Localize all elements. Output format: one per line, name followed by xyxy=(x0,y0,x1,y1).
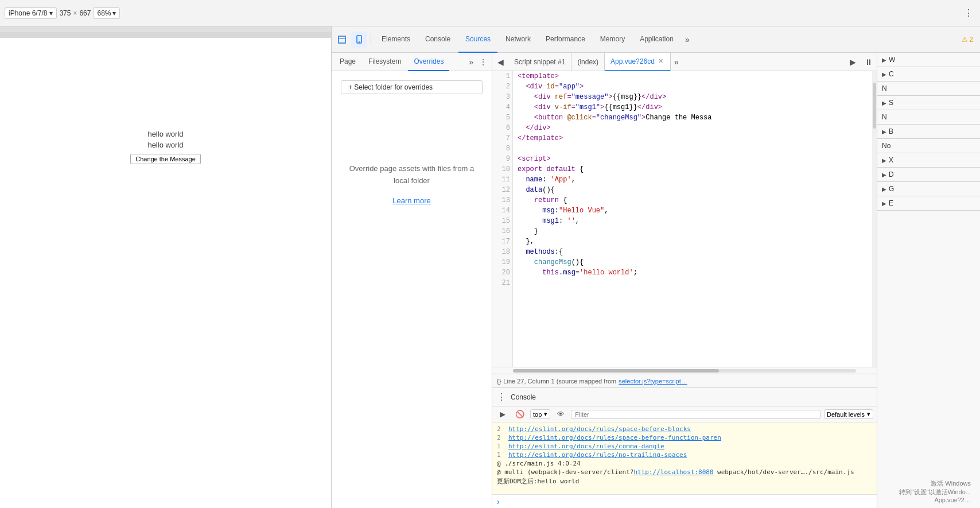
code-line-17: }, xyxy=(518,236,868,247)
scope-b-label: B xyxy=(889,127,893,135)
console-levels-selector[interactable]: Default levels ▾ xyxy=(824,409,873,419)
status-info: Line 27, Column 1 (source mapped from xyxy=(503,378,616,385)
editor-tab-index[interactable]: (index) xyxy=(571,53,605,71)
tab-sources[interactable]: Sources xyxy=(458,26,497,53)
scope-s: ▶ S xyxy=(877,96,980,110)
preview-toolbar xyxy=(0,26,331,32)
devtools: Elements Console Sources Network Perform… xyxy=(332,26,980,508)
editor-area: ◀ Script snippet #1 (index) App.vue?26cd… xyxy=(492,53,877,387)
scope-g-chevron: ▶ xyxy=(882,186,886,192)
scope-n2-label: N xyxy=(882,113,887,121)
devtools-inspect-icon[interactable] xyxy=(334,32,350,48)
console-url-2[interactable]: http://eslint.org/docs/rules/space-befor… xyxy=(508,434,721,441)
change-message-button[interactable]: Change the Message xyxy=(130,154,201,164)
console-execute-button[interactable]: ▶ xyxy=(496,408,510,421)
console-toolbar: ▶ 🚫 top ▾ 👁 Default levels ▾ xyxy=(492,406,877,422)
zoom-selector[interactable]: 68% ▾ xyxy=(93,7,119,19)
warning-indicator[interactable]: ⚠ 2 xyxy=(962,36,973,44)
editor-hscrollbar[interactable] xyxy=(492,367,877,374)
scope-x-header[interactable]: ▶ X xyxy=(877,153,980,167)
device-selector[interactable]: iPhone 6/7/8 ▾ xyxy=(5,7,57,19)
console-input[interactable] xyxy=(503,498,872,505)
line-num-13: 13 xyxy=(495,195,510,205)
tab-performance[interactable]: Performance xyxy=(539,26,592,53)
scope-d-header[interactable]: ▶ D xyxy=(877,168,980,181)
console-context-selector[interactable]: top ▾ xyxy=(530,409,550,419)
tab-elements[interactable]: Elements xyxy=(375,26,417,53)
scope-n2-header[interactable]: N xyxy=(877,110,980,124)
sources-tabs-dots[interactable]: ⋮ xyxy=(477,57,489,67)
tab-filesystem[interactable]: Filesystem xyxy=(363,53,407,71)
tab-memory[interactable]: Memory xyxy=(593,26,632,53)
console-output: 2 http://eslint.org/docs/rules/space-bef… xyxy=(492,422,877,494)
devtools-more-tabs[interactable]: » xyxy=(682,26,693,53)
editor-back-btn[interactable]: ◀ xyxy=(492,53,508,71)
editor-tab-app-vue-label: App.vue?26cd xyxy=(610,57,655,65)
tab-console[interactable]: Console xyxy=(418,26,457,53)
tab-overrides[interactable]: Overrides xyxy=(408,53,449,71)
line-num-11: 11 xyxy=(495,174,510,185)
scope-watch-header[interactable]: ▶ W xyxy=(877,53,980,67)
editor-tab-close[interactable]: ✕ xyxy=(657,56,664,66)
sources-right-panel: ▶ W ▶ C N ▶ xyxy=(877,53,980,508)
editor-pause-btn[interactable]: ⏸ xyxy=(861,53,877,71)
scope-g-header[interactable]: ▶ G xyxy=(877,182,980,196)
console-dots[interactable]: ⋮ xyxy=(497,391,506,402)
line-num-7: 7 xyxy=(495,133,510,144)
devtools-device-icon[interactable] xyxy=(351,32,367,48)
line-num-16: 16 xyxy=(495,226,510,236)
editor-tab-script-snippet[interactable]: Script snippet #1 xyxy=(508,53,571,71)
console-url-1[interactable]: http://eslint.org/docs/rules/space-befor… xyxy=(508,425,691,433)
hello-world-line2: hello world xyxy=(147,141,183,149)
console-filter-input[interactable] xyxy=(571,410,820,419)
line-num-18: 18 xyxy=(495,247,510,257)
scope-callstack-chevron: ▶ xyxy=(882,71,886,77)
scope-s-header[interactable]: ▶ S xyxy=(877,96,980,110)
console-text-7: 更新DOM之后:hello world xyxy=(497,477,579,486)
nav-separator xyxy=(371,34,371,45)
scope-n: N xyxy=(877,82,980,96)
code-line-9: <script> xyxy=(518,154,868,164)
scope-x: ▶ X xyxy=(877,153,980,168)
scope-g: ▶ G xyxy=(877,182,980,196)
code-content[interactable]: <template> <div id="app"> <div ref="mess… xyxy=(513,71,872,367)
preview-content: hello world hello world Change the Messa… xyxy=(0,38,331,508)
code-line-20: this.msg='hello world'; xyxy=(518,267,868,278)
preview-area: hello world hello world Change the Messa… xyxy=(0,26,332,508)
scope-no-header[interactable]: No xyxy=(877,139,980,153)
line-num-21: 21 xyxy=(495,278,510,288)
console-url-6[interactable]: http://localhost:8080 xyxy=(633,468,713,476)
overrides-content: + Select folder for overrides Override p… xyxy=(332,71,492,508)
status-bar: {} Line 27, Column 1 (source mapped from… xyxy=(492,374,877,387)
sources-more-tabs[interactable]: » xyxy=(466,57,476,67)
code-line-13: return { xyxy=(518,195,868,205)
editor-more-tabs[interactable]: » xyxy=(671,57,682,67)
console-url-4[interactable]: http://eslint.org/docs/rules/no-trailing… xyxy=(508,451,687,459)
format-button[interactable]: {} xyxy=(497,378,501,385)
editor-run-btn[interactable]: ▶ xyxy=(845,53,861,71)
scope-callstack-header[interactable]: ▶ C xyxy=(877,67,980,81)
scope-no-label: No xyxy=(882,142,890,150)
console-eye-button[interactable]: 👁 xyxy=(554,408,567,421)
scope-b-header[interactable]: ▶ B xyxy=(877,125,980,138)
console-clear-button[interactable]: 🚫 xyxy=(513,408,527,421)
scope-e-header[interactable]: ▶ E xyxy=(877,196,980,210)
code-line-3: <div ref="message">{{msg}}</div> xyxy=(518,92,868,102)
console-context-label: top xyxy=(533,411,542,418)
line-num-5: 5 xyxy=(495,113,510,123)
editor-scrollbar[interactable] xyxy=(872,71,877,367)
learn-more-link[interactable]: Learn more xyxy=(392,196,430,205)
tab-page[interactable]: Page xyxy=(334,53,361,71)
line-num-8: 8 xyxy=(495,144,510,154)
topbar-more-button[interactable]: ⋮ xyxy=(962,5,975,21)
source-map-link[interactable]: selector.js?type=script… xyxy=(619,378,687,385)
scope-d-chevron: ▶ xyxy=(882,172,886,178)
console-url-3[interactable]: http://eslint.org/docs/rules/comma-dangl… xyxy=(508,443,664,450)
scope-n-header[interactable]: N xyxy=(877,82,980,95)
code-line-2: <div id="app"> xyxy=(518,82,868,92)
console-text-5: @ ./src/main.js 4:0-24 xyxy=(497,460,581,467)
select-folder-button[interactable]: + Select folder for overrides xyxy=(341,80,483,94)
tab-network[interactable]: Network xyxy=(499,26,538,53)
tab-application[interactable]: Application xyxy=(633,26,680,53)
editor-tab-app-vue[interactable]: App.vue?26cd ✕ xyxy=(605,53,671,71)
